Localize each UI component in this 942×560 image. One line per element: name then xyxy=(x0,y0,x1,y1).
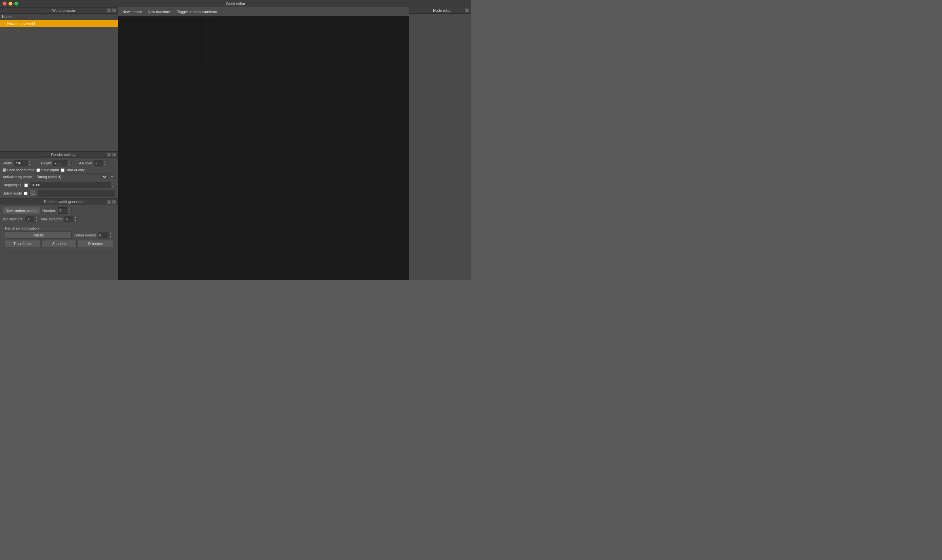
width-up[interactable]: ▲ xyxy=(28,160,32,163)
width-down[interactable]: ▼ xyxy=(28,163,32,166)
render-settings-content: Width ▲ ▼ Height ▲ xyxy=(0,158,118,198)
aa-mode-label: Anti-aliasing mode xyxy=(3,175,32,179)
height-label: Height xyxy=(41,161,51,165)
rwg-close-btn[interactable]: × xyxy=(112,200,117,204)
colour-nodes-input[interactable] xyxy=(98,233,108,237)
toggle-camera-button[interactable]: Toggle camera transform xyxy=(175,9,220,15)
canvas-area[interactable] xyxy=(118,16,409,280)
new-iterator-button[interactable]: New iterator xyxy=(120,9,145,15)
min-iterators-input[interactable] xyxy=(26,217,34,221)
save-alpha-label[interactable]: Save alpha xyxy=(36,168,59,172)
col-nodes-up[interactable]: ▲ xyxy=(108,232,113,235)
maximize-button[interactable] xyxy=(14,2,18,6)
batch-path-input[interactable] xyxy=(38,190,115,197)
rwg-expand-btn[interactable]: □ xyxy=(107,200,111,204)
rwg-main-row: New random worlds Number: ▲ ▼ xyxy=(3,207,115,214)
header-dots-rwg: ········ xyxy=(34,201,42,203)
partial-randomisation-section: Partial randomisation Palette Colour nod… xyxy=(3,225,115,249)
stopping-sl-input[interactable] xyxy=(30,183,111,187)
width-group: Width ▲ ▼ xyxy=(3,160,39,166)
rs-close-btn[interactable]: × xyxy=(112,152,117,157)
col-nodes-down[interactable]: ▼ xyxy=(108,235,113,238)
ultra-quality-checkbox[interactable] xyxy=(61,168,65,172)
batch-mode-checkbox-label[interactable] xyxy=(24,192,28,195)
panel-controls: □ × xyxy=(107,8,117,13)
max-iterators-spinbox[interactable]: ▲ ▼ xyxy=(65,216,78,222)
new-transform-button[interactable]: New transform xyxy=(145,9,174,15)
rs-expand-btn[interactable]: □ xyxy=(107,152,111,157)
world-browser-header: ········ World browser □ × xyxy=(0,7,118,14)
partial-rand-buttons: Transforms Shaders Selectors xyxy=(5,240,113,247)
height-spinbox[interactable]: ▲ ▼ xyxy=(53,160,71,166)
aa-level-input[interactable] xyxy=(94,161,103,165)
lock-aspect-label[interactable]: Lock aspect ratio xyxy=(3,168,34,172)
min-iter-arrows: ▲ ▼ xyxy=(34,216,38,222)
aa-level-spinbox[interactable]: ▲ ▼ xyxy=(94,160,108,166)
left-sidebar: ········ World browser □ × Name New empt… xyxy=(0,7,118,280)
stopping-sl-checkbox[interactable] xyxy=(24,183,28,187)
number-spinbox[interactable]: ▲ ▼ xyxy=(58,207,71,214)
height-arrows: ▲ ▼ xyxy=(66,160,71,166)
rs-panel-controls: □ × xyxy=(107,152,117,157)
world-browser-title: World browser xyxy=(52,9,75,12)
aa-level-arrows: ▲ ▼ xyxy=(103,160,107,166)
stopping-sl-down[interactable]: ▼ xyxy=(111,185,115,188)
min-iterators-spinbox[interactable]: ▲ ▼ xyxy=(26,216,39,222)
render-settings-title: Render settings xyxy=(51,152,76,157)
palette-button[interactable]: Palette xyxy=(5,232,72,239)
new-random-worlds-button[interactable]: New random worlds xyxy=(3,207,40,214)
transforms-button[interactable]: Transforms xyxy=(5,240,40,247)
world-browser-item[interactable]: New empty world xyxy=(0,20,118,27)
batch-dots-button[interactable]: ... xyxy=(29,190,36,197)
number-up[interactable]: ▲ xyxy=(67,207,71,211)
rwg-title: Random world generator xyxy=(44,200,83,204)
panel-close-btn[interactable]: × xyxy=(112,8,117,13)
batch-mode-checkbox[interactable] xyxy=(24,192,28,195)
stopping-sl-spinbox[interactable]: ▲ ▼ xyxy=(30,182,115,188)
min-iter-down[interactable]: ▼ xyxy=(34,219,38,222)
panel-expand-btn[interactable]: □ xyxy=(107,8,111,13)
aa-mode-select[interactable]: Strong (default) xyxy=(34,174,108,180)
stopping-sl-row: Stopping SL ▲ ▼ xyxy=(3,182,115,188)
number-down[interactable]: ▼ xyxy=(67,211,71,214)
iterators-row: Min iterators: ▲ ▼ Max iterators: ▲ ▼ xyxy=(3,216,115,222)
rwg-content: New random worlds Number: ▲ ▼ Min iterat… xyxy=(0,205,118,251)
colour-nodes-spinbox[interactable]: ▲ ▼ xyxy=(98,232,113,238)
height-up[interactable]: ▲ xyxy=(67,160,71,163)
ultra-quality-label[interactable]: Ultra quality xyxy=(61,168,85,172)
aa-level-label: AA level xyxy=(79,161,92,165)
render-settings-panel: ········ Render settings □ × Width ▲ ▼ xyxy=(0,151,118,198)
partial-randomisation-title: Partial randomisation xyxy=(5,226,113,230)
dimensions-row: Width ▲ ▼ Height ▲ xyxy=(3,160,115,166)
world-icon xyxy=(2,22,6,26)
shaders-button[interactable]: Shaders xyxy=(41,240,76,247)
number-input[interactable] xyxy=(58,209,66,212)
save-alpha-checkbox[interactable] xyxy=(36,168,40,172)
max-iter-down[interactable]: ▼ xyxy=(73,219,78,222)
height-input[interactable] xyxy=(53,161,66,165)
svg-rect-0 xyxy=(118,16,216,66)
stopping-sl-up[interactable]: ▲ xyxy=(111,182,115,185)
ultra-quality-text: Ultra quality xyxy=(66,168,85,172)
stopping-sl-arrows: ▲ ▼ xyxy=(111,182,115,188)
toolbar: New iterator New transform Toggle camera… xyxy=(118,7,409,16)
width-input[interactable] xyxy=(14,161,27,165)
lock-aspect-checkbox[interactable] xyxy=(3,168,6,172)
window-title: World editor xyxy=(226,2,245,6)
max-iterators-input[interactable] xyxy=(65,217,73,221)
height-group: Height ▲ ▼ xyxy=(41,160,77,166)
stopping-sl-checkbox-label[interactable] xyxy=(24,183,28,187)
width-spinbox[interactable]: ▲ ▼ xyxy=(14,160,32,166)
close-button[interactable] xyxy=(3,2,6,6)
max-iter-up[interactable]: ▲ xyxy=(73,216,78,219)
ne-expand-btn[interactable]: □ xyxy=(465,8,469,13)
aa-level-down[interactable]: ▼ xyxy=(103,163,107,166)
aa-mode-arrow[interactable]: ▼ xyxy=(109,174,115,180)
height-down[interactable]: ▼ xyxy=(67,163,71,166)
min-iter-up[interactable]: ▲ xyxy=(34,216,38,219)
minimize-button[interactable] xyxy=(9,2,12,6)
batch-mode-row: Batch mode ... xyxy=(3,190,115,197)
aa-level-group: AA level ▲ ▼ xyxy=(79,160,115,166)
selectors-button[interactable]: Selectors xyxy=(78,240,113,247)
aa-level-up[interactable]: ▲ xyxy=(103,160,107,163)
